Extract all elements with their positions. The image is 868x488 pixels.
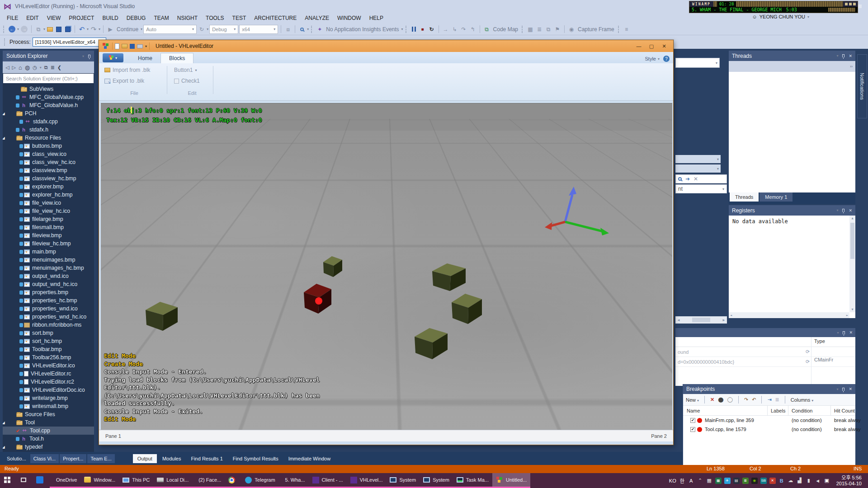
delete-all-icon[interactable]: ⬤ (718, 397, 723, 403)
taskbar-item[interactable]: Local Di... (153, 473, 192, 488)
application-insights-label[interactable]: No Application Insights Events (325, 26, 400, 33)
tree-expand-icon[interactable] (3, 421, 8, 425)
close-button[interactable]: ✕ (658, 42, 670, 50)
tray-icon[interactable]: ▮ (806, 477, 812, 484)
taskbar-item[interactable]: Task Ma... (453, 473, 492, 488)
refresh-icon[interactable]: ↻ (198, 25, 206, 34)
configuration-combo[interactable]: Debug▾ (209, 25, 238, 34)
taskbar-item[interactable]: This PC (119, 473, 153, 488)
tree-item[interactable]: class_view_hc.ico (3, 158, 94, 166)
taskbar-item[interactable] (225, 473, 241, 488)
help-icon[interactable]: ? (663, 56, 670, 62)
winamp-titlebar[interactable]: WINAMP 01: 28 (689, 1, 858, 7)
tree-item[interactable]: Tool (3, 418, 94, 427)
tree-item[interactable]: Source Files (3, 410, 94, 418)
export-icon[interactable]: ↷ (744, 397, 748, 403)
document-outline-icon[interactable]: ⧉ (544, 25, 552, 34)
tree-item[interactable]: Toolbar256.bmp (3, 353, 94, 361)
tree-item[interactable]: MFC_GlobalValue.cpp (3, 93, 94, 101)
pending-changes-icon[interactable]: ◷ (33, 65, 37, 70)
registers-titlebar[interactable]: Registers ▾✕ (729, 205, 855, 216)
new-document-icon[interactable] (115, 43, 119, 49)
tree-item[interactable]: properties_hc.bmp (3, 296, 94, 305)
taskbar-item[interactable]: OneDrive (50, 473, 80, 488)
code-map-icon[interactable]: ⧉ (483, 25, 491, 34)
tree-expand-icon[interactable] (3, 128, 8, 132)
breakpoint-checkbox[interactable]: ✔ (690, 427, 695, 432)
tree-item[interactable]: ribbon.mfcribbon-ms (3, 321, 94, 329)
tree-item[interactable]: MFC_GlobalValue.h (3, 101, 94, 109)
menu-item[interactable]: ARCHITECTURE (250, 14, 301, 23)
menu-item[interactable]: DEBUG (123, 14, 150, 23)
panel-tab[interactable]: Propert... (60, 454, 86, 463)
partial-text-row[interactable]: nt▾ (675, 184, 727, 193)
collapse-all-icon[interactable]: ⧉ (44, 65, 48, 70)
taskbar-item[interactable]: Untitled... (492, 473, 530, 488)
partial-panel-header[interactable]: ▾ (675, 155, 721, 163)
tree-item[interactable]: Toolbar.bmp (3, 345, 94, 353)
sync-icon[interactable]: ◍ (25, 64, 30, 71)
tree-item[interactable]: explorer.bmp (3, 183, 94, 191)
application-insights-icon[interactable]: ✦ (316, 25, 324, 34)
new-file-icon[interactable]: ⧉ (34, 25, 42, 34)
menu-item[interactable]: ANALYZE (301, 14, 333, 23)
navigate-back-icon[interactable]: ← (9, 26, 15, 33)
refresh-icon[interactable]: ⟳ (806, 359, 810, 365)
columns-button[interactable]: Columns ▾ (791, 397, 813, 403)
button1-dropdown[interactable]: Button1▾ (174, 67, 197, 73)
tree-expand-icon[interactable] (3, 87, 8, 91)
taskbar-item[interactable]: Telegram (241, 473, 278, 488)
go-to-disassembly-icon[interactable]: ≣ (775, 397, 779, 403)
style-dropdown[interactable]: Style▾ (645, 56, 660, 61)
tree-item[interactable]: VHLevelEditor.rc (3, 370, 94, 378)
viewport-3d[interactable]: f:14 obj:3 hfo:0 spr:1 font:13 P:60 V:39… (101, 103, 672, 430)
minimize-button[interactable]: — (632, 42, 645, 50)
save-all-icon[interactable] (65, 27, 71, 32)
export-blk-button[interactable]: Export to .blk (104, 78, 144, 84)
output-tab[interactable]: Output (133, 454, 157, 463)
menu-item[interactable]: HELP (365, 14, 387, 23)
tray-icon[interactable]: KO (669, 477, 676, 484)
tree-item[interactable]: explorer_hc.bmp (3, 191, 94, 199)
disable-all-icon[interactable]: ◯ (727, 397, 733, 403)
horizontal-scrollbar[interactable]: ◄► (729, 312, 849, 318)
tree-item[interactable]: filesmall.bmp (3, 223, 94, 231)
find-icon[interactable] (298, 25, 306, 34)
menu-item[interactable]: PROJECT (65, 14, 98, 23)
menu-item[interactable]: TOOLS (202, 14, 228, 23)
go-to-source-icon[interactable]: ⇥ (767, 397, 771, 403)
tray-icon[interactable]: 한 (679, 477, 685, 484)
continue-button[interactable]: Continue (115, 26, 140, 33)
tray-icon[interactable]: ≣ (742, 478, 749, 484)
tray-icon[interactable]: B (778, 477, 785, 484)
tree-item[interactable]: Tool.h (3, 435, 94, 443)
partial-search-row[interactable]: ➜✕ (675, 174, 727, 183)
tree-expand-icon[interactable] (3, 103, 8, 108)
tray-icon[interactable]: ◄ (815, 477, 821, 484)
tree-expand-icon[interactable] (3, 95, 8, 99)
save-icon[interactable] (56, 27, 61, 32)
bookmark-icon[interactable]: ⚑ (553, 25, 561, 34)
winamp-shade-window[interactable]: WINAMP 01: 28 5. WHAM - THE FINAL - GEOR… (689, 1, 858, 13)
output-tab[interactable]: Find Results 1 (186, 454, 227, 463)
panel-tab[interactable]: Solutio... (4, 454, 29, 463)
breakpoint-row[interactable]: ✔ Tool.cpp, line 1579 (no condition) bre… (683, 425, 855, 434)
back-icon[interactable]: ◁ (5, 65, 9, 70)
notifications-tab[interactable]: Notifications (857, 54, 867, 118)
taskbar-item[interactable]: System (386, 473, 420, 488)
editor-titlebar[interactable]: ▾ Untitled - VHLevelEditor — ▢ ✕ (99, 40, 673, 52)
menu-item[interactable]: NSIGHT (173, 14, 202, 23)
tree-item[interactable]: fileview_hc.bmp (3, 239, 94, 248)
step-into-icon[interactable]: ↳ (451, 25, 459, 34)
partial-scrollbar[interactable]: ◄► (675, 316, 727, 324)
check1-checkbox[interactable]: Check1 (174, 78, 200, 84)
user-account-area[interactable]: ☺ YEONG CHUN YOU ▾ (752, 14, 827, 19)
menu-item[interactable]: EDIT (22, 14, 42, 23)
tree-item[interactable]: classview.bmp (3, 166, 94, 174)
taskbar-item[interactable]: (2) Face... (192, 473, 225, 488)
preview-icon[interactable]: ❮ (57, 65, 61, 70)
tree-item[interactable]: filelarge.bmp (3, 215, 94, 223)
tree-item[interactable]: output_wnd_hc.ico (3, 280, 94, 288)
tray-icon[interactable]: ▦ (706, 477, 712, 484)
home-icon[interactable]: ⌂ (19, 64, 22, 71)
